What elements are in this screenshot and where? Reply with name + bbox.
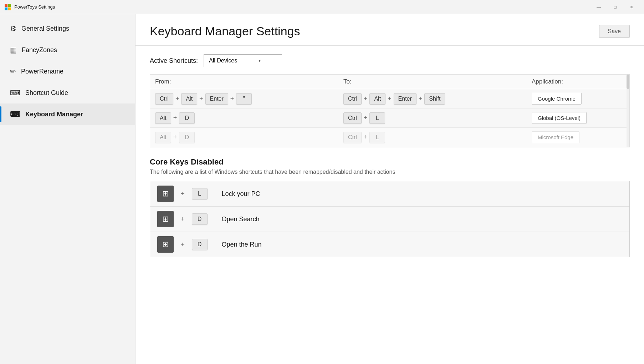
sidebar: ⚙ General Settings ▦ FancyZones ✏ PowerR… [0, 14, 136, 364]
shortcuts-table-header: From: To: Application: [150, 75, 629, 89]
plus-icon: + [181, 190, 185, 198]
shortcut-row: Alt + D Ctrl + L Global (OS-Level) [150, 108, 629, 128]
main-content: Keyboard Manager Settings Save Active Sh… [136, 14, 644, 364]
dropdown-value: All Devices [209, 57, 237, 64]
sidebar-item-general[interactable]: ⚙ General Settings [0, 18, 135, 39]
plus-icon: + [181, 241, 185, 248]
app-badge: Microsoft Edge [532, 131, 579, 143]
key-alt: Alt [155, 132, 171, 143]
plus-icon: + [230, 95, 234, 102]
app-logo [4, 4, 11, 11]
to-key-combo: Ctrl + L [343, 112, 532, 124]
scrollbar-thumb [627, 75, 629, 89]
plus-icon: + [199, 95, 203, 102]
sidebar-item-fancyzones[interactable]: ▦ FancyZones [0, 39, 135, 61]
save-button[interactable]: Save [599, 25, 630, 38]
from-header: From: [155, 78, 343, 85]
win-icon: ⊞ [157, 236, 174, 253]
key-l: L [192, 188, 208, 199]
svg-rect-2 [5, 7, 7, 10]
win-icon: ⊞ [157, 186, 174, 202]
fancyzones-icon: ▦ [10, 46, 17, 54]
shortcut-row: Ctrl + Alt + Enter + " Ctrl + Alt + Ente… [150, 89, 629, 108]
active-shortcuts-label: Active Shortcuts: [150, 57, 198, 65]
core-key-row: ⊞ + D Open Search [150, 207, 629, 232]
application-cell: Google Chrome [532, 93, 624, 105]
core-keys-table: ⊞ + L Lock your PC ⊞ + D Open Search ⊞ + [150, 181, 630, 257]
shortcutguide-icon: ⌨ [10, 89, 20, 97]
from-key-combo: Alt + D [155, 132, 343, 143]
plus-icon: + [419, 95, 423, 102]
scrollbar[interactable] [627, 75, 629, 147]
plus-icon: + [364, 95, 368, 102]
from-key-combo: Alt + D [155, 112, 343, 124]
chevron-down-icon: ▾ [259, 58, 261, 63]
title-bar: PowerToys Settings — □ ✕ [0, 0, 644, 14]
sidebar-item-label: General Settings [21, 25, 69, 32]
key-ctrl: Ctrl [343, 112, 362, 124]
key-d: D [192, 239, 208, 250]
plus-icon: + [173, 114, 177, 122]
key-alt: Alt [155, 112, 171, 124]
app-badge: Google Chrome [532, 93, 582, 105]
minimize-button[interactable]: — [591, 1, 607, 13]
key-d: D [192, 213, 208, 225]
key-l: L [369, 112, 385, 124]
sidebar-item-label: FancyZones [22, 46, 57, 54]
key-ctrl: Ctrl [155, 93, 173, 105]
main-body: Active Shortcuts: All Devices ▾ From: To… [136, 46, 644, 364]
plus-icon: + [175, 95, 179, 102]
app-body: ⚙ General Settings ▦ FancyZones ✏ PowerR… [0, 14, 644, 364]
application-cell: Microsoft Edge [532, 131, 624, 143]
key-ctrl: Ctrl [343, 93, 362, 105]
shortcut-row: Alt + D Ctrl + L Microsoft Edge [150, 128, 629, 147]
to-key-combo: Ctrl + Alt + Enter + Shift [343, 93, 532, 105]
powerrename-icon: ✏ [10, 67, 16, 76]
plus-icon: + [364, 133, 368, 141]
key-enter: Enter [205, 93, 228, 105]
sidebar-item-keyboardmanager[interactable]: ⌨ Keyboard Manager [0, 103, 135, 125]
maximize-button[interactable]: □ [607, 1, 623, 13]
core-key-row: ⊞ + D Open the Run [150, 232, 629, 257]
core-keys-section: Core Keys Disabled The following are a l… [150, 157, 630, 257]
key-enter: Enter [394, 93, 416, 105]
key-quote: " [236, 93, 252, 105]
app-badge: Global (OS-Level) [532, 112, 587, 124]
sidebar-item-powerrename[interactable]: ✏ PowerRename [0, 61, 135, 82]
sidebar-item-label: PowerRename [21, 68, 63, 75]
win-icon: ⊞ [157, 211, 174, 227]
sidebar-item-label: Shortcut Guide [25, 89, 68, 97]
sidebar-item-shortcutguide[interactable]: ⌨ Shortcut Guide [0, 82, 135, 103]
key-d: D [179, 112, 195, 124]
key-d: D [179, 132, 195, 143]
core-keys-title: Core Keys Disabled [150, 157, 630, 167]
active-shortcuts-row: Active Shortcuts: All Devices ▾ [150, 54, 630, 67]
main-header: Keyboard Manager Settings Save [136, 14, 644, 46]
key-l: L [369, 132, 385, 143]
core-key-action: Open the Run [222, 241, 262, 248]
general-icon: ⚙ [10, 24, 16, 33]
svg-rect-1 [8, 4, 11, 7]
core-key-action: Open Search [222, 216, 260, 223]
page-title: Keyboard Manager Settings [150, 24, 300, 38]
key-ctrl: Ctrl [343, 132, 362, 143]
application-header: Application: [532, 78, 624, 85]
svg-rect-3 [8, 7, 11, 10]
application-cell: Global (OS-Level) [532, 112, 624, 124]
window-controls: — □ ✕ [591, 1, 640, 13]
devices-dropdown[interactable]: All Devices ▾ [204, 54, 282, 67]
to-key-combo: Ctrl + L [343, 132, 532, 143]
key-alt: Alt [181, 93, 197, 105]
to-header: To: [343, 78, 532, 85]
keyboardmanager-icon: ⌨ [10, 110, 20, 118]
core-key-row: ⊞ + L Lock your PC [150, 181, 629, 207]
plus-icon: + [181, 216, 185, 223]
key-shift: Shift [424, 93, 445, 105]
core-key-action: Lock your PC [222, 190, 260, 198]
close-button[interactable]: ✕ [623, 1, 640, 13]
plus-icon: + [173, 133, 177, 141]
plus-icon: + [388, 95, 392, 102]
svg-rect-0 [5, 4, 7, 7]
key-alt: Alt [369, 93, 385, 105]
sidebar-item-label: Keyboard Manager [25, 111, 83, 118]
